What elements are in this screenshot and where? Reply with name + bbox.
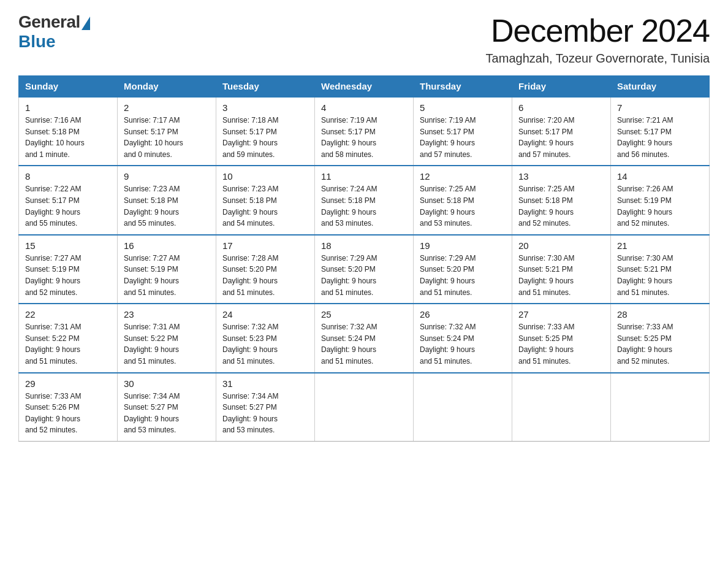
day-number: 13 — [518, 171, 604, 182]
calendar-day-cell: 24Sunrise: 7:32 AM Sunset: 5:23 PM Dayli… — [216, 304, 315, 372]
day-number: 3 — [222, 102, 308, 113]
calendar-day-cell: 30Sunrise: 7:34 AM Sunset: 5:27 PM Dayli… — [118, 373, 216, 442]
day-info: Sunrise: 7:27 AM Sunset: 5:19 PM Dayligh… — [124, 253, 210, 298]
day-info: Sunrise: 7:29 AM Sunset: 5:20 PM Dayligh… — [321, 253, 407, 298]
calendar-table: SundayMondayTuesdayWednesdayThursdayFrid… — [18, 75, 710, 442]
calendar-empty-cell — [611, 373, 710, 442]
calendar-day-cell: 29Sunrise: 7:33 AM Sunset: 5:26 PM Dayli… — [19, 373, 118, 442]
calendar-day-cell: 20Sunrise: 7:30 AM Sunset: 5:21 PM Dayli… — [512, 235, 611, 304]
day-info: Sunrise: 7:31 AM Sunset: 5:22 PM Dayligh… — [124, 321, 210, 367]
day-info: Sunrise: 7:23 AM Sunset: 5:18 PM Dayligh… — [124, 183, 210, 229]
day-info: Sunrise: 7:19 AM Sunset: 5:17 PM Dayligh… — [321, 115, 407, 160]
page-header: General Blue December 2024 Tamaghzah, To… — [18, 12, 710, 66]
calendar-empty-cell — [315, 373, 414, 442]
calendar-week-row: 29Sunrise: 7:33 AM Sunset: 5:26 PM Dayli… — [19, 373, 710, 442]
day-number: 24 — [222, 309, 308, 320]
day-info: Sunrise: 7:32 AM Sunset: 5:24 PM Dayligh… — [321, 321, 407, 367]
month-title: December 2024 — [486, 12, 710, 49]
day-number: 15 — [25, 240, 111, 251]
day-info: Sunrise: 7:20 AM Sunset: 5:17 PM Dayligh… — [518, 115, 604, 160]
calendar-week-row: 8Sunrise: 7:22 AM Sunset: 5:17 PM Daylig… — [19, 166, 710, 234]
calendar-day-cell: 21Sunrise: 7:30 AM Sunset: 5:21 PM Dayli… — [611, 235, 710, 304]
logo-general-text: General — [18, 12, 80, 32]
day-number: 10 — [222, 171, 308, 182]
day-info: Sunrise: 7:30 AM Sunset: 5:21 PM Dayligh… — [518, 253, 604, 298]
day-number: 18 — [321, 240, 407, 251]
calendar-day-cell: 13Sunrise: 7:25 AM Sunset: 5:18 PM Dayli… — [512, 166, 611, 234]
calendar-header-row: SundayMondayTuesdayWednesdayThursdayFrid… — [19, 76, 710, 98]
calendar-day-cell: 26Sunrise: 7:32 AM Sunset: 5:24 PM Dayli… — [414, 304, 512, 372]
calendar-day-cell: 3Sunrise: 7:18 AM Sunset: 5:17 PM Daylig… — [216, 97, 315, 166]
day-number: 29 — [25, 378, 111, 389]
col-header-sunday: Sunday — [19, 76, 118, 98]
calendar-day-cell: 12Sunrise: 7:25 AM Sunset: 5:18 PM Dayli… — [414, 166, 512, 234]
calendar-week-row: 22Sunrise: 7:31 AM Sunset: 5:22 PM Dayli… — [19, 304, 710, 372]
day-info: Sunrise: 7:28 AM Sunset: 5:20 PM Dayligh… — [222, 253, 308, 298]
calendar-day-cell: 2Sunrise: 7:17 AM Sunset: 5:17 PM Daylig… — [118, 97, 216, 166]
day-number: 6 — [518, 102, 604, 113]
day-info: Sunrise: 7:30 AM Sunset: 5:21 PM Dayligh… — [617, 253, 703, 298]
calendar-day-cell: 5Sunrise: 7:19 AM Sunset: 5:17 PM Daylig… — [414, 97, 512, 166]
calendar-day-cell: 25Sunrise: 7:32 AM Sunset: 5:24 PM Dayli… — [315, 304, 414, 372]
day-number: 1 — [25, 102, 111, 113]
day-number: 4 — [321, 102, 407, 113]
day-number: 17 — [222, 240, 308, 251]
col-header-saturday: Saturday — [611, 76, 710, 98]
day-number: 5 — [420, 102, 506, 113]
day-info: Sunrise: 7:32 AM Sunset: 5:24 PM Dayligh… — [420, 321, 506, 367]
location-title: Tamaghzah, Tozeur Governorate, Tunisia — [486, 52, 710, 66]
day-number: 14 — [617, 171, 703, 182]
day-info: Sunrise: 7:32 AM Sunset: 5:23 PM Dayligh… — [222, 321, 308, 367]
col-header-friday: Friday — [512, 76, 611, 98]
day-info: Sunrise: 7:17 AM Sunset: 5:17 PM Dayligh… — [124, 115, 210, 160]
day-info: Sunrise: 7:33 AM Sunset: 5:26 PM Dayligh… — [25, 391, 111, 436]
calendar-day-cell: 14Sunrise: 7:26 AM Sunset: 5:19 PM Dayli… — [611, 166, 710, 234]
logo-blue-text: Blue — [18, 32, 56, 52]
day-info: Sunrise: 7:34 AM Sunset: 5:27 PM Dayligh… — [124, 391, 210, 436]
col-header-monday: Monday — [118, 76, 216, 98]
day-number: 30 — [124, 378, 210, 389]
title-area: December 2024 Tamaghzah, Tozeur Governor… — [486, 12, 710, 66]
col-header-wednesday: Wednesday — [315, 76, 414, 98]
day-info: Sunrise: 7:19 AM Sunset: 5:17 PM Dayligh… — [420, 115, 506, 160]
day-info: Sunrise: 7:29 AM Sunset: 5:20 PM Dayligh… — [420, 253, 506, 298]
day-number: 25 — [321, 309, 407, 320]
calendar-day-cell: 22Sunrise: 7:31 AM Sunset: 5:22 PM Dayli… — [19, 304, 118, 372]
calendar-day-cell: 9Sunrise: 7:23 AM Sunset: 5:18 PM Daylig… — [118, 166, 216, 234]
col-header-thursday: Thursday — [414, 76, 512, 98]
day-number: 31 — [222, 378, 308, 389]
day-number: 23 — [124, 309, 210, 320]
day-number: 21 — [617, 240, 703, 251]
calendar-day-cell: 31Sunrise: 7:34 AM Sunset: 5:27 PM Dayli… — [216, 373, 315, 442]
day-info: Sunrise: 7:21 AM Sunset: 5:17 PM Dayligh… — [617, 115, 703, 160]
day-info: Sunrise: 7:33 AM Sunset: 5:25 PM Dayligh… — [518, 321, 604, 367]
day-number: 2 — [124, 102, 210, 113]
day-number: 7 — [617, 102, 703, 113]
day-info: Sunrise: 7:25 AM Sunset: 5:18 PM Dayligh… — [420, 183, 506, 229]
calendar-day-cell: 18Sunrise: 7:29 AM Sunset: 5:20 PM Dayli… — [315, 235, 414, 304]
calendar-day-cell: 23Sunrise: 7:31 AM Sunset: 5:22 PM Dayli… — [118, 304, 216, 372]
day-number: 11 — [321, 171, 407, 182]
calendar-week-row: 1Sunrise: 7:16 AM Sunset: 5:18 PM Daylig… — [19, 97, 710, 166]
calendar-week-row: 15Sunrise: 7:27 AM Sunset: 5:19 PM Dayli… — [19, 235, 710, 304]
day-number: 12 — [420, 171, 506, 182]
day-info: Sunrise: 7:31 AM Sunset: 5:22 PM Dayligh… — [25, 321, 111, 367]
day-info: Sunrise: 7:24 AM Sunset: 5:18 PM Dayligh… — [321, 183, 407, 229]
calendar-day-cell: 16Sunrise: 7:27 AM Sunset: 5:19 PM Dayli… — [118, 235, 216, 304]
calendar-day-cell: 4Sunrise: 7:19 AM Sunset: 5:17 PM Daylig… — [315, 97, 414, 166]
day-info: Sunrise: 7:27 AM Sunset: 5:19 PM Dayligh… — [25, 253, 111, 298]
calendar-empty-cell — [414, 373, 512, 442]
calendar-day-cell: 27Sunrise: 7:33 AM Sunset: 5:25 PM Dayli… — [512, 304, 611, 372]
day-number: 20 — [518, 240, 604, 251]
col-header-tuesday: Tuesday — [216, 76, 315, 98]
day-info: Sunrise: 7:16 AM Sunset: 5:18 PM Dayligh… — [25, 115, 111, 160]
day-number: 27 — [518, 309, 604, 320]
calendar-day-cell: 8Sunrise: 7:22 AM Sunset: 5:17 PM Daylig… — [19, 166, 118, 234]
calendar-day-cell: 1Sunrise: 7:16 AM Sunset: 5:18 PM Daylig… — [19, 97, 118, 166]
day-info: Sunrise: 7:34 AM Sunset: 5:27 PM Dayligh… — [222, 391, 308, 436]
day-number: 28 — [617, 309, 703, 320]
day-info: Sunrise: 7:26 AM Sunset: 5:19 PM Dayligh… — [617, 183, 703, 229]
calendar-day-cell: 7Sunrise: 7:21 AM Sunset: 5:17 PM Daylig… — [611, 97, 710, 166]
calendar-day-cell: 19Sunrise: 7:29 AM Sunset: 5:20 PM Dayli… — [414, 235, 512, 304]
day-info: Sunrise: 7:22 AM Sunset: 5:17 PM Dayligh… — [25, 183, 111, 229]
